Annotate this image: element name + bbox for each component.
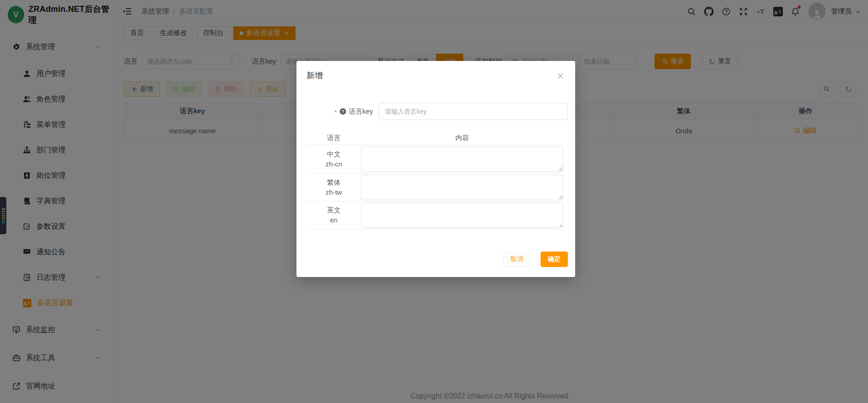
language-content-table: 语言 内容 中文zh-cn繁体zh-tw英文en <box>306 131 563 229</box>
language-column-header: 语言 <box>306 134 361 142</box>
help-circle-icon[interactable]: ? <box>339 108 347 115</box>
language-name: 繁体zh-tw <box>306 177 361 197</box>
language-name: 中文zh-cn <box>306 149 361 169</box>
language-label: 繁体 <box>306 177 361 187</box>
dialog-footer: 取消 确定 <box>503 252 568 267</box>
content-column-header: 内容 <box>361 134 563 142</box>
required-asterisk: * <box>334 109 337 116</box>
language-row-en: 英文en <box>306 201 563 229</box>
key-form-label: * ? 语言key <box>296 107 379 116</box>
key-input[interactable] <box>379 103 567 120</box>
content-textarea-zh-tw[interactable] <box>361 175 563 200</box>
language-code: en <box>306 215 361 225</box>
content-textarea-wrap <box>361 202 563 228</box>
content-textarea-en[interactable] <box>361 202 563 228</box>
language-name: 英文en <box>306 205 361 225</box>
language-label: 中文 <box>306 149 361 159</box>
content-textarea-wrap <box>361 146 563 172</box>
content-textarea-zh-cn[interactable] <box>361 146 563 172</box>
language-row-zh-cn: 中文zh-cn <box>306 145 563 173</box>
confirm-button[interactable]: 确定 <box>541 252 568 267</box>
close-icon[interactable] <box>557 72 564 80</box>
language-table-header: 语言 内容 <box>306 131 563 145</box>
content-textarea-wrap <box>361 175 563 200</box>
language-code: zh-tw <box>306 187 361 197</box>
language-label: 英文 <box>306 205 361 215</box>
app: V ZRAdmin.NET后台管理 系统管理用户管理角色管理菜单管理部门管理岗位… <box>0 0 868 403</box>
language-code: zh-cn <box>306 159 361 169</box>
cancel-button[interactable]: 取消 <box>503 252 531 267</box>
dialog-title: 新增 <box>306 70 323 81</box>
language-row-zh-tw: 繁体zh-tw <box>306 173 563 201</box>
dialog-header: 新增 <box>296 61 575 81</box>
key-form-row: * ? 语言key <box>296 103 567 120</box>
svg-text:?: ? <box>342 109 344 114</box>
add-dialog: 新增 * ? 语言key 语言 内容 中文zh-cn繁体zh-tw英文en 取消… <box>296 61 575 277</box>
